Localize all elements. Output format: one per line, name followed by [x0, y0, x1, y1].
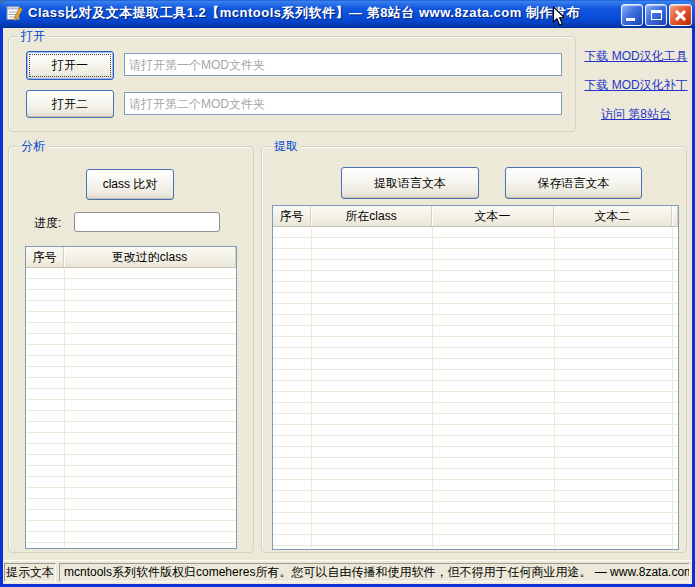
- column-divider: [311, 227, 312, 549]
- client-area: 打开 打开一 打开二 下载 MOD汉化工具 下载 MOD汉化补丁 访问 第8站台…: [3, 28, 692, 560]
- link-panel: 下载 MOD汉化工具 下载 MOD汉化补丁 访问 第8站台: [581, 48, 691, 135]
- table-body[interactable]: [273, 227, 678, 549]
- progress-label: 进度:: [34, 215, 61, 232]
- column-header-index[interactable]: 序号: [273, 206, 311, 226]
- column-divider: [432, 227, 433, 549]
- status-bar: 提示文本 mcntools系列软件版权归comeheres所有。您可以自由传播和…: [3, 560, 692, 584]
- link-download-tool[interactable]: 下载 MOD汉化工具: [581, 48, 691, 65]
- column-header-class[interactable]: 所在class: [311, 206, 432, 226]
- changed-class-table[interactable]: 序号 更改过的class: [25, 246, 237, 549]
- column-divider: [64, 268, 65, 548]
- minimize-button[interactable]: [621, 4, 643, 26]
- analysis-group-label: 分析: [18, 139, 48, 153]
- status-panel-hint: 提示文本: [4, 563, 56, 582]
- app-window: Class比对及文本提取工具1.2【mcntools系列软件】— 第8站台 ww…: [0, 0, 695, 587]
- save-text-button[interactable]: 保存语言文本: [505, 167, 642, 199]
- open-first-button[interactable]: 打开一: [26, 51, 114, 80]
- column-divider: [672, 227, 673, 549]
- column-header-changed-class[interactable]: 更改过的class: [64, 247, 236, 267]
- maximize-icon: [651, 10, 662, 20]
- extract-group-label: 提取: [271, 139, 301, 153]
- language-text-table[interactable]: 序号 所在class 文本一 文本二: [272, 205, 679, 550]
- minimize-icon: [626, 18, 635, 21]
- titlebar-buttons: [621, 4, 692, 26]
- mod-folder1-input[interactable]: [124, 53, 562, 76]
- link-visit-site[interactable]: 访问 第8站台: [581, 106, 691, 123]
- class-compare-button[interactable]: class 比对: [86, 169, 174, 200]
- extract-groupbox: 提取 提取语言文本 保存语言文本 序号 所在class 文本一 文本二: [261, 146, 687, 553]
- progress-display: [74, 212, 220, 232]
- status-panel-copyright: mcntools系列软件版权归comeheres所有。您可以自由传播和使用软件，…: [59, 563, 690, 582]
- column-header-index[interactable]: 序号: [26, 247, 64, 267]
- link-download-patch[interactable]: 下载 MOD汉化补丁: [581, 77, 691, 94]
- extract-text-button[interactable]: 提取语言文本: [341, 167, 479, 199]
- table-header: 序号 所在class 文本一 文本二: [273, 206, 678, 227]
- open-second-button[interactable]: 打开二: [26, 90, 114, 118]
- close-button[interactable]: [669, 4, 692, 26]
- mod-folder2-input[interactable]: [124, 92, 562, 115]
- app-icon[interactable]: [6, 4, 24, 22]
- analysis-groupbox: 分析 class 比对 进度: 序号 更改过的class: [8, 146, 254, 553]
- open-group-label: 打开: [18, 29, 48, 43]
- open-groupbox: 打开 打开一 打开二: [8, 36, 576, 132]
- column-header-stub: [672, 206, 678, 226]
- column-header-text1[interactable]: 文本一: [432, 206, 554, 226]
- column-divider: [554, 227, 555, 549]
- titlebar[interactable]: Class比对及文本提取工具1.2【mcntools系列软件】— 第8站台 ww…: [0, 0, 695, 28]
- maximize-button[interactable]: [645, 4, 667, 26]
- table-body[interactable]: [26, 268, 236, 548]
- table-header: 序号 更改过的class: [26, 247, 236, 268]
- window-title: Class比对及文本提取工具1.2【mcntools系列软件】— 第8站台 ww…: [28, 4, 580, 22]
- column-header-text2[interactable]: 文本二: [554, 206, 672, 226]
